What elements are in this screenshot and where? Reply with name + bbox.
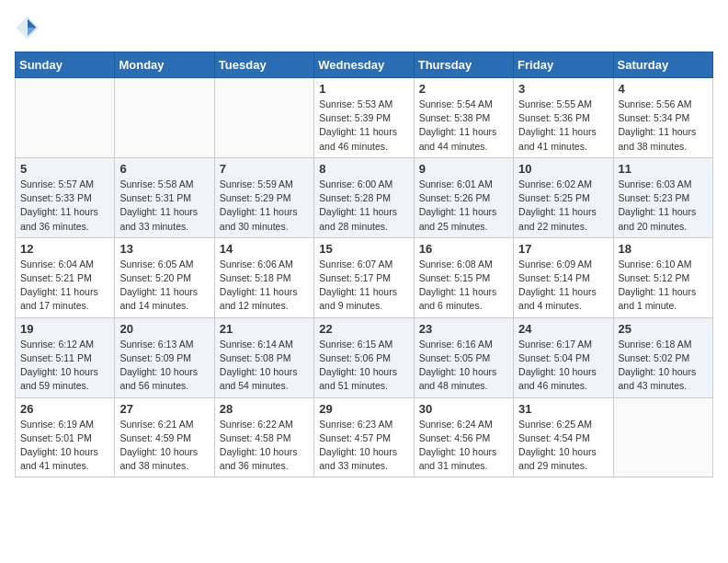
- logo: [15, 15, 44, 40]
- day-header-saturday: Saturday: [613, 52, 712, 78]
- calendar-cell: 24Sunrise: 6:17 AMSunset: 5:04 PMDayligh…: [514, 317, 613, 397]
- calendar-cell: 10Sunrise: 6:02 AMSunset: 5:25 PMDayligh…: [514, 157, 613, 237]
- day-number: 21: [220, 322, 309, 336]
- day-info: Sunrise: 5:56 AMSunset: 5:34 PMDaylight:…: [619, 98, 708, 154]
- day-info: Sunrise: 5:54 AMSunset: 5:38 PMDaylight:…: [419, 98, 508, 154]
- calendar-cell: 1Sunrise: 5:53 AMSunset: 5:39 PMDaylight…: [314, 78, 414, 158]
- day-info: Sunrise: 6:08 AMSunset: 5:15 PMDaylight:…: [419, 258, 508, 314]
- day-number: 16: [419, 242, 508, 256]
- calendar-cell: 29Sunrise: 6:23 AMSunset: 4:57 PMDayligh…: [314, 397, 414, 477]
- day-info: Sunrise: 6:21 AMSunset: 4:59 PMDaylight:…: [119, 418, 209, 474]
- calendar-cell: 19Sunrise: 6:12 AMSunset: 5:11 PMDayligh…: [16, 317, 115, 397]
- calendar-week-row: 19Sunrise: 6:12 AMSunset: 5:11 PMDayligh…: [16, 317, 713, 397]
- day-number: 19: [20, 322, 109, 336]
- calendar-cell: 28Sunrise: 6:22 AMSunset: 4:58 PMDayligh…: [214, 397, 313, 477]
- day-info: Sunrise: 6:25 AMSunset: 4:54 PMDaylight:…: [518, 418, 608, 474]
- calendar-cell: 5Sunrise: 5:57 AMSunset: 5:33 PMDaylight…: [16, 157, 115, 237]
- day-number: 24: [518, 322, 608, 336]
- day-number: 20: [119, 322, 209, 336]
- day-info: Sunrise: 5:59 AMSunset: 5:29 PMDaylight:…: [220, 178, 309, 234]
- day-number: 1: [319, 82, 408, 96]
- day-info: Sunrise: 6:18 AMSunset: 5:02 PMDaylight:…: [619, 338, 708, 394]
- day-number: 5: [20, 162, 109, 176]
- day-number: 18: [619, 242, 708, 256]
- day-number: 10: [518, 162, 608, 176]
- day-header-sunday: Sunday: [16, 52, 115, 78]
- day-info: Sunrise: 6:14 AMSunset: 5:08 PMDaylight:…: [220, 338, 309, 394]
- day-number: 12: [20, 242, 109, 256]
- day-number: 11: [619, 162, 708, 176]
- day-number: 9: [419, 162, 508, 176]
- logo-icon: [15, 15, 40, 40]
- day-info: Sunrise: 6:24 AMSunset: 4:56 PMDaylight:…: [419, 418, 508, 474]
- calendar-cell: 2Sunrise: 5:54 AMSunset: 5:38 PMDaylight…: [414, 78, 513, 158]
- calendar-cell: 31Sunrise: 6:25 AMSunset: 4:54 PMDayligh…: [514, 397, 613, 477]
- day-number: 14: [220, 242, 309, 256]
- day-info: Sunrise: 6:09 AMSunset: 5:14 PMDaylight:…: [518, 258, 608, 314]
- day-number: 13: [119, 242, 209, 256]
- calendar-cell: [16, 78, 115, 158]
- calendar-cell: 30Sunrise: 6:24 AMSunset: 4:56 PMDayligh…: [414, 397, 513, 477]
- page-header: [15, 15, 713, 40]
- day-number: 15: [319, 242, 408, 256]
- calendar-cell: 4Sunrise: 5:56 AMSunset: 5:34 PMDaylight…: [613, 78, 712, 158]
- day-info: Sunrise: 6:01 AMSunset: 5:26 PMDaylight:…: [419, 178, 508, 234]
- day-info: Sunrise: 5:53 AMSunset: 5:39 PMDaylight:…: [319, 98, 408, 154]
- day-header-monday: Monday: [115, 52, 214, 78]
- day-info: Sunrise: 6:12 AMSunset: 5:11 PMDaylight:…: [20, 338, 109, 394]
- calendar-cell: [613, 397, 712, 477]
- calendar-cell: 17Sunrise: 6:09 AMSunset: 5:14 PMDayligh…: [514, 237, 613, 317]
- day-number: 2: [419, 82, 508, 96]
- day-number: 17: [518, 242, 608, 256]
- day-header-tuesday: Tuesday: [214, 52, 313, 78]
- calendar-cell: 13Sunrise: 6:05 AMSunset: 5:20 PMDayligh…: [115, 237, 214, 317]
- day-number: 23: [419, 322, 508, 336]
- calendar-cell: 18Sunrise: 6:10 AMSunset: 5:12 PMDayligh…: [613, 237, 712, 317]
- day-info: Sunrise: 6:16 AMSunset: 5:05 PMDaylight:…: [419, 338, 508, 394]
- day-info: Sunrise: 6:06 AMSunset: 5:18 PMDaylight:…: [220, 258, 309, 314]
- day-info: Sunrise: 5:58 AMSunset: 5:31 PMDaylight:…: [119, 178, 209, 234]
- calendar-cell: 23Sunrise: 6:16 AMSunset: 5:05 PMDayligh…: [414, 317, 513, 397]
- calendar-week-row: 1Sunrise: 5:53 AMSunset: 5:39 PMDaylight…: [16, 78, 713, 158]
- day-header-friday: Friday: [514, 52, 613, 78]
- day-number: 22: [319, 322, 408, 336]
- calendar-cell: 15Sunrise: 6:07 AMSunset: 5:17 PMDayligh…: [314, 237, 414, 317]
- calendar-cell: [214, 78, 313, 158]
- calendar-week-row: 12Sunrise: 6:04 AMSunset: 5:21 PMDayligh…: [16, 237, 713, 317]
- day-number: 31: [518, 402, 608, 416]
- calendar-cell: 12Sunrise: 6:04 AMSunset: 5:21 PMDayligh…: [16, 237, 115, 317]
- day-header-wednesday: Wednesday: [314, 52, 414, 78]
- day-info: Sunrise: 6:04 AMSunset: 5:21 PMDaylight:…: [20, 258, 109, 314]
- day-number: 28: [220, 402, 309, 416]
- day-info: Sunrise: 6:23 AMSunset: 4:57 PMDaylight:…: [319, 418, 408, 474]
- calendar-cell: 20Sunrise: 6:13 AMSunset: 5:09 PMDayligh…: [115, 317, 214, 397]
- day-info: Sunrise: 6:10 AMSunset: 5:12 PMDaylight:…: [619, 258, 708, 314]
- calendar-table: SundayMondayTuesdayWednesdayThursdayFrid…: [15, 52, 713, 477]
- calendar-cell: 22Sunrise: 6:15 AMSunset: 5:06 PMDayligh…: [314, 317, 414, 397]
- calendar-cell: [115, 78, 214, 158]
- day-number: 3: [518, 82, 608, 96]
- day-header-thursday: Thursday: [414, 52, 513, 78]
- day-info: Sunrise: 5:55 AMSunset: 5:36 PMDaylight:…: [518, 98, 608, 154]
- calendar-cell: 9Sunrise: 6:01 AMSunset: 5:26 PMDaylight…: [414, 157, 513, 237]
- calendar-cell: 7Sunrise: 5:59 AMSunset: 5:29 PMDaylight…: [214, 157, 313, 237]
- day-info: Sunrise: 6:17 AMSunset: 5:04 PMDaylight:…: [518, 338, 608, 394]
- calendar-cell: 3Sunrise: 5:55 AMSunset: 5:36 PMDaylight…: [514, 78, 613, 158]
- day-info: Sunrise: 6:00 AMSunset: 5:28 PMDaylight:…: [319, 178, 408, 234]
- day-info: Sunrise: 6:07 AMSunset: 5:17 PMDaylight:…: [319, 258, 408, 314]
- day-number: 4: [619, 82, 708, 96]
- calendar-week-row: 5Sunrise: 5:57 AMSunset: 5:33 PMDaylight…: [16, 157, 713, 237]
- day-number: 6: [119, 162, 209, 176]
- day-number: 27: [119, 402, 209, 416]
- calendar-cell: 16Sunrise: 6:08 AMSunset: 5:15 PMDayligh…: [414, 237, 513, 317]
- day-info: Sunrise: 5:57 AMSunset: 5:33 PMDaylight:…: [20, 178, 109, 234]
- day-number: 8: [319, 162, 408, 176]
- day-number: 7: [220, 162, 309, 176]
- day-number: 25: [619, 322, 708, 336]
- calendar-cell: 21Sunrise: 6:14 AMSunset: 5:08 PMDayligh…: [214, 317, 313, 397]
- calendar-cell: 8Sunrise: 6:00 AMSunset: 5:28 PMDaylight…: [314, 157, 414, 237]
- day-info: Sunrise: 6:22 AMSunset: 4:58 PMDaylight:…: [220, 418, 309, 474]
- calendar-cell: 25Sunrise: 6:18 AMSunset: 5:02 PMDayligh…: [613, 317, 712, 397]
- day-info: Sunrise: 6:02 AMSunset: 5:25 PMDaylight:…: [518, 178, 608, 234]
- calendar-cell: 14Sunrise: 6:06 AMSunset: 5:18 PMDayligh…: [214, 237, 313, 317]
